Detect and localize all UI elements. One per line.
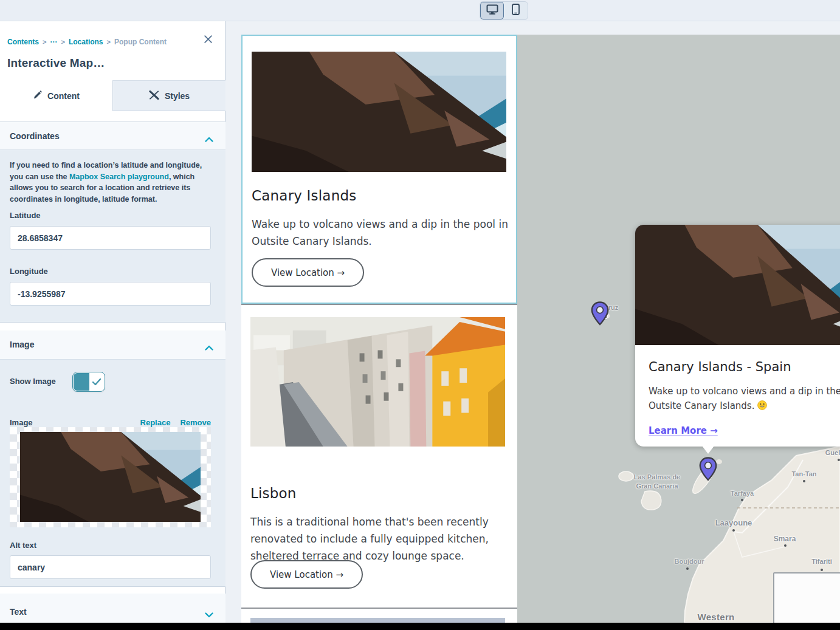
toggle-on-fill [74,373,89,391]
section-coordinates-header[interactable]: Coordinates [0,122,225,150]
section-image-header[interactable]: Image [0,330,225,360]
view-location-button[interactable]: View Location → [250,560,363,589]
map-label-boujdour: Boujdour [675,558,704,565]
close-panel-button[interactable] [201,33,215,47]
learn-more-link[interactable]: Learn More → [649,425,718,436]
view-location-button[interactable]: View Location → [252,258,364,287]
section-coordinates-label: Coordinates [10,131,60,141]
map-label-smara: Smara [774,535,796,543]
mobile-phone-icon [512,4,520,18]
latitude-input[interactable] [10,226,211,250]
interactive-map-canvas[interactable]: Cruz Las Palmas de Gran Canaria Tan-Tan … [517,35,840,623]
map-label-laayoune: Laayoune [715,518,752,527]
smiley-emoji [757,400,767,414]
map-pin-canary-islands[interactable] [591,301,609,326]
map-city-dot [784,544,787,547]
remove-image-link[interactable]: Remove [180,418,211,427]
device-preview-toggle [480,1,528,20]
map-city-dot [686,567,689,570]
breadcrumb-locations[interactable]: Locations [69,38,103,46]
map-city-dot [838,459,840,461]
card-description: Wake up to volcano views and a dip in th… [252,216,511,250]
lisbon-photo [250,317,505,447]
popup-photo-cliffs [635,225,840,345]
longitude-label: Longitude [10,267,48,276]
image-field-label: Image [10,418,33,427]
tab-styles-label: Styles [165,91,190,101]
image-preview-frame [10,427,211,527]
popup-description-line1: Wake up to volcano views and a dip in th… [649,384,840,399]
map-label-tarfaya: Tarfaya [731,490,754,497]
card-divider [241,608,517,609]
map-pin-fuerteventura[interactable] [699,457,717,481]
next-card-peek [250,618,505,623]
map-label-las-palmas-1: Las Palmas de [634,473,680,481]
tab-styles[interactable]: Styles [112,80,225,111]
show-image-toggle[interactable] [72,372,105,392]
locations-card-list: Canary Islands Wake up to volcano views … [241,35,517,623]
image-actions: Replace Remove [140,418,211,427]
longitude-input[interactable] [10,282,211,306]
map-city-dot [803,480,805,482]
mobile-view-button[interactable] [504,2,528,19]
breadcrumb: Contents > ··· > Locations > Popup Conte… [7,38,167,46]
panel-title: Interactive Map… [7,56,105,70]
breadcrumb-separator: > [43,38,46,46]
chevron-up-icon [205,342,213,353]
popup-description: Wake up to volcano views and a dip in th… [649,384,840,414]
map-city-dot [741,499,743,501]
map-label-tifariti: Tifariti [811,558,831,565]
map-label-guelmim: Guel [825,449,840,456]
map-city-dot [821,569,823,571]
popup-title: Canary Islands - Spain [649,360,791,374]
image-thumbnail-cliffs [20,432,201,522]
section-image-body: Show Image Image Replace Remove [0,360,225,587]
section-coordinates-body: If you need to find a location’s latitud… [0,150,225,323]
popup-pointer [702,446,714,454]
tab-content-label: Content [47,91,80,101]
alt-text-input[interactable] [10,555,211,579]
tab-content[interactable]: Content [0,80,112,111]
bottom-black-bar [0,623,840,630]
card-title: Lisbon [250,485,297,501]
popup-description-line2: Outsite Canary Islands. [649,400,754,411]
map-label-western-sahara: Western [697,612,734,622]
top-toolbar [0,0,840,21]
location-card-lisbon[interactable]: Lisbon This is a traditional home that's… [241,305,517,608]
card-description: This is a traditional home that's been r… [250,514,509,565]
editor-tabs: Content Styles [0,80,225,111]
card-title: Canary Islands [252,188,356,204]
paintbrush-icon [149,91,159,101]
breadcrumb-popup-content: Popup Content [114,38,167,46]
module-editor-sidebar: Contents > ··· > Locations > Popup Conte… [0,21,225,630]
map-label-las-palmas-2: Gran Canaria [636,482,678,490]
map-city-dot [732,529,735,532]
coordinates-help-text: If you need to find a location’s latitud… [10,160,216,205]
replace-image-link[interactable]: Replace [140,418,171,427]
section-image-label: Image [10,340,34,349]
chevron-up-icon [205,134,213,145]
location-card-canary-islands[interactable]: Canary Islands Wake up to volcano views … [241,35,517,304]
alt-text-label: Alt text [10,541,36,550]
breadcrumb-ellipsis[interactable]: ··· [50,38,57,46]
desktop-monitor-icon [486,4,498,18]
mapbox-search-playground-link[interactable]: Mapbox Search playground [69,173,169,181]
close-icon [204,35,213,46]
chevron-down-icon [205,609,213,620]
breadcrumb-separator: > [61,38,64,46]
latitude-label: Latitude [10,211,41,220]
desktop-view-button[interactable] [480,2,504,19]
map-popup-canary-islands: Canary Islands - Spain Wake up to volcan… [635,225,840,447]
section-text-label: Text [10,607,27,617]
map-inset-box [773,572,840,623]
breadcrumb-contents[interactable]: Contents [7,38,39,46]
breadcrumb-separator: > [107,38,111,46]
map-label-tan-tan: Tan-Tan [791,470,816,478]
show-image-label: Show Image [10,377,56,386]
checkmark-icon [92,377,102,388]
pencil-icon [33,91,42,101]
canary-islands-photo [252,52,506,172]
